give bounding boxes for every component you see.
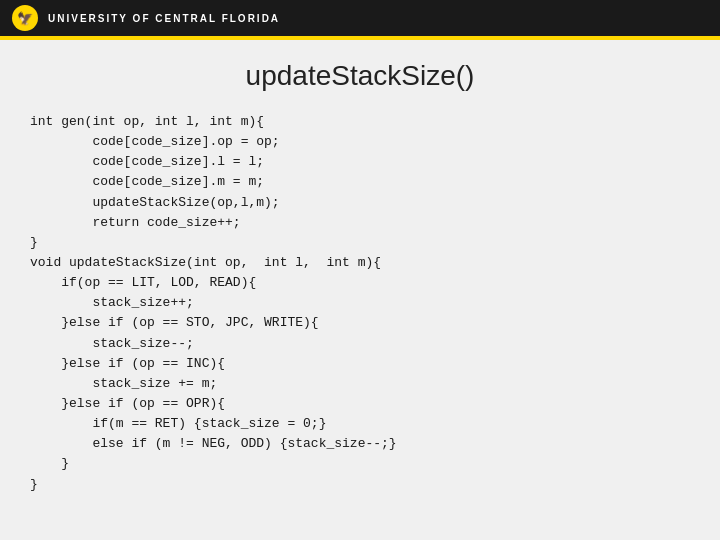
- ucf-logo: 🦅: [12, 5, 38, 31]
- page-title: updateStackSize(): [30, 60, 690, 92]
- shield-icon: 🦅: [17, 11, 33, 26]
- header-bar: 🦅 UNIVERSITY OF CENTRAL FLORIDA: [0, 0, 720, 36]
- university-name: UNIVERSITY OF CENTRAL FLORIDA: [48, 13, 280, 24]
- main-content: updateStackSize() int gen(int op, int l,…: [0, 40, 720, 540]
- code-block: int gen(int op, int l, int m){ code[code…: [30, 112, 690, 495]
